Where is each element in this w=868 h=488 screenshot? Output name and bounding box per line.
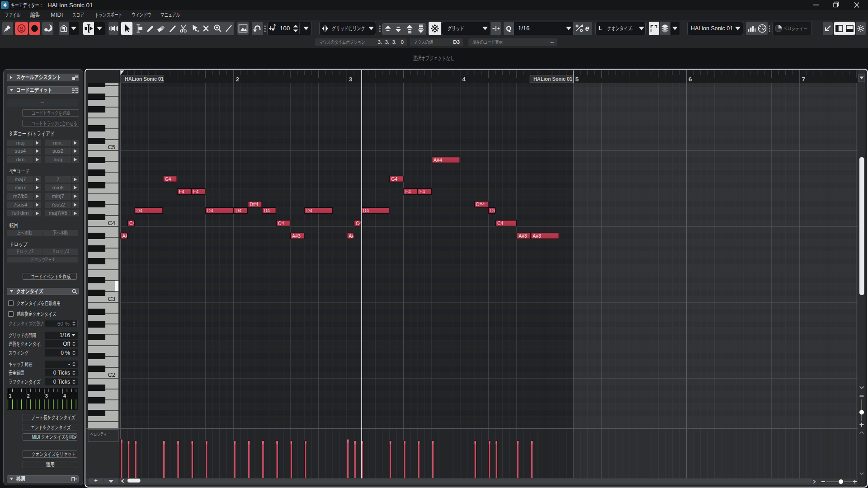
svg-text:3: 3: [349, 76, 353, 83]
svg-text:2: 2: [27, 393, 30, 399]
svg-text:D4: D4: [306, 208, 312, 213]
svg-text:D4: D4: [236, 208, 242, 213]
svg-text:D4: D4: [264, 208, 270, 213]
svg-text:D#4: D#4: [250, 202, 258, 207]
svg-text:S: S: [19, 25, 24, 32]
svg-text:F4: F4: [193, 189, 198, 194]
svg-text:2: 2: [236, 76, 239, 83]
svg-text:HALion Sonic 01: HALion Sonic 01: [125, 76, 164, 82]
svg-text:C5: C5: [108, 144, 115, 150]
svg-text:HALion Sonic 01: HALion Sonic 01: [533, 76, 572, 82]
svg-text:A#4: A#4: [434, 157, 442, 163]
svg-text:C4: C4: [108, 220, 115, 226]
svg-text:C2: C2: [108, 371, 115, 378]
svg-text:4: 4: [462, 76, 466, 83]
svg-text:6: 6: [689, 76, 692, 83]
svg-text:A#3: A#3: [533, 233, 541, 239]
svg-text:5: 5: [576, 76, 579, 83]
svg-text:D#4: D#4: [476, 202, 485, 207]
svg-text:G4: G4: [165, 176, 171, 182]
svg-text:ベロシティー: ベロシティー: [90, 432, 110, 436]
svg-text:F4: F4: [406, 189, 411, 194]
svg-text:C3: C3: [108, 296, 115, 302]
svg-text:A#3: A#3: [292, 233, 301, 239]
svg-text:3: 3: [45, 393, 48, 399]
svg-text:F4: F4: [420, 189, 425, 194]
svg-text:D4: D4: [137, 208, 143, 213]
svg-text:C4: C4: [497, 221, 504, 226]
svg-text:G4: G4: [391, 176, 397, 182]
svg-text:D4: D4: [363, 208, 369, 213]
svg-text:A#3: A#3: [519, 233, 527, 239]
svg-text:F4: F4: [179, 189, 184, 194]
svg-text:1: 1: [9, 393, 12, 399]
svg-text:C4: C4: [278, 221, 284, 226]
svg-text:4: 4: [63, 393, 66, 399]
svg-text:+: +: [94, 477, 98, 484]
svg-text:D4: D4: [207, 208, 213, 213]
svg-text:7: 7: [802, 76, 805, 83]
